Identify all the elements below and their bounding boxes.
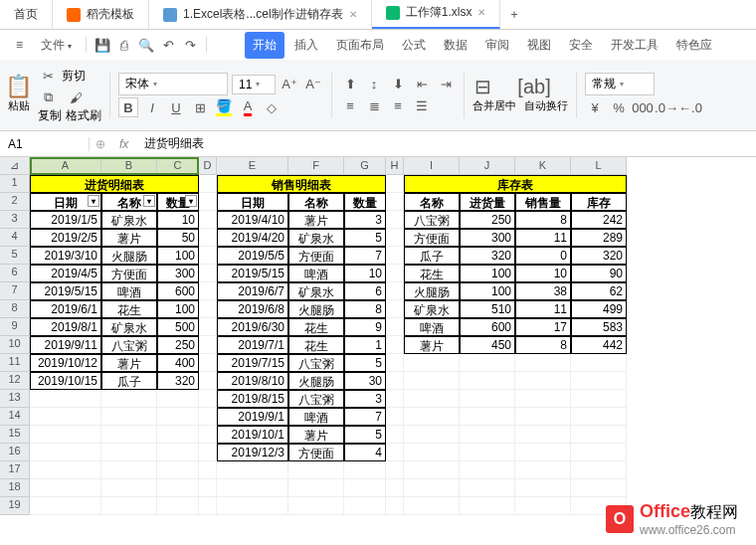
menu-btn[interactable]: ≡ bbox=[8, 33, 31, 57]
cell[interactable] bbox=[157, 408, 199, 426]
cell[interactable] bbox=[386, 390, 404, 408]
cell[interactable] bbox=[515, 497, 571, 515]
cell[interactable]: 进货量 bbox=[460, 193, 515, 211]
cell[interactable] bbox=[344, 497, 386, 515]
cell[interactable]: 矿泉水 bbox=[404, 300, 460, 318]
cell[interactable]: 2019/8/10 bbox=[217, 372, 288, 390]
cell[interactable] bbox=[101, 497, 157, 515]
indent-left-icon[interactable]: ⇤ bbox=[412, 75, 432, 94]
cell[interactable]: 100 bbox=[157, 300, 199, 318]
cell[interactable]: 50 bbox=[157, 229, 199, 247]
cell[interactable]: 2019/4/5 bbox=[30, 265, 101, 282]
decrease-decimal-icon[interactable]: ←.0 bbox=[680, 97, 700, 117]
row-header[interactable]: 3 bbox=[0, 211, 30, 229]
cell[interactable]: 2019/10/1 bbox=[217, 426, 288, 444]
cell[interactable]: 日期▾ bbox=[30, 193, 101, 211]
cell[interactable] bbox=[386, 247, 404, 265]
cell[interactable]: 花生 bbox=[288, 336, 344, 354]
cell[interactable]: 方便面 bbox=[101, 265, 157, 282]
cell[interactable] bbox=[101, 444, 157, 461]
font-color-button[interactable]: A bbox=[238, 97, 258, 117]
cell[interactable] bbox=[386, 426, 404, 444]
cell[interactable] bbox=[157, 479, 199, 497]
cell[interactable]: 5 bbox=[344, 354, 386, 372]
cell[interactable]: 2019/7/15 bbox=[217, 354, 288, 372]
cell[interactable] bbox=[199, 408, 217, 426]
cell[interactable] bbox=[386, 175, 404, 193]
cell[interactable]: 矿泉水 bbox=[288, 229, 344, 247]
cell[interactable] bbox=[199, 479, 217, 497]
cell[interactable] bbox=[288, 479, 344, 497]
cell[interactable]: 3 bbox=[344, 390, 386, 408]
cell-reference[interactable]: A1 bbox=[0, 137, 90, 151]
cell[interactable]: 100 bbox=[157, 247, 199, 265]
cell[interactable]: 火腿肠 bbox=[288, 300, 344, 318]
cell[interactable] bbox=[386, 211, 404, 229]
currency-icon[interactable]: ¥ bbox=[585, 97, 605, 117]
cell[interactable]: 2019/9/1 bbox=[217, 408, 288, 426]
cell[interactable]: 2019/6/8 bbox=[217, 300, 288, 318]
cell[interactable]: 名称▾ bbox=[101, 193, 157, 211]
fill-color-button[interactable]: 🪣 bbox=[214, 97, 234, 117]
merge-icon[interactable]: ⊟ bbox=[472, 77, 492, 96]
save-icon[interactable]: 💾 bbox=[93, 35, 112, 55]
cell[interactable]: 库存 bbox=[571, 193, 627, 211]
cell[interactable]: 数量 bbox=[344, 193, 386, 211]
cell[interactable] bbox=[404, 408, 460, 426]
cell[interactable]: 八宝粥 bbox=[288, 354, 344, 372]
cell[interactable]: 2019/6/7 bbox=[217, 282, 288, 300]
cell[interactable] bbox=[30, 461, 101, 479]
cell[interactable]: 方便面 bbox=[404, 229, 460, 247]
cell[interactable]: 7 bbox=[344, 247, 386, 265]
cell[interactable] bbox=[386, 336, 404, 354]
cell[interactable]: 啤酒 bbox=[404, 318, 460, 336]
cell[interactable]: 薯片 bbox=[101, 354, 157, 372]
cell[interactable]: 442 bbox=[571, 336, 627, 354]
cell[interactable]: 300 bbox=[157, 265, 199, 282]
filter-icon[interactable]: ▾ bbox=[143, 195, 155, 207]
cell[interactable] bbox=[199, 497, 217, 515]
row-header[interactable]: 6 bbox=[0, 265, 30, 282]
cell[interactable]: 啤酒 bbox=[101, 282, 157, 300]
cell[interactable] bbox=[460, 497, 515, 515]
cell[interactable] bbox=[199, 175, 217, 193]
cell[interactable]: 320 bbox=[157, 372, 199, 390]
cell[interactable] bbox=[460, 408, 515, 426]
bold-button[interactable]: B bbox=[118, 97, 138, 117]
redo-icon[interactable]: ↷ bbox=[180, 35, 200, 55]
tab-layout[interactable]: 页面布局 bbox=[328, 32, 392, 59]
cell[interactable] bbox=[386, 265, 404, 282]
cell[interactable] bbox=[571, 461, 627, 479]
cell[interactable]: 30 bbox=[344, 372, 386, 390]
format-select[interactable]: 常规▾ bbox=[585, 73, 655, 95]
col-header[interactable]: I bbox=[404, 157, 460, 175]
spreadsheet-area[interactable]: ⊿ABCDEFGHIJKL1进货明细表销售明细表库存表2日期▾名称▾数量▾日期名… bbox=[0, 157, 756, 515]
size-select[interactable]: 11▾ bbox=[232, 75, 276, 94]
col-header[interactable]: D bbox=[199, 157, 217, 175]
tab-home[interactable]: 首页 bbox=[0, 0, 53, 29]
cell[interactable]: 8 bbox=[515, 336, 571, 354]
cell[interactable] bbox=[344, 461, 386, 479]
cell[interactable]: 啤酒 bbox=[288, 408, 344, 426]
tab-security[interactable]: 安全 bbox=[561, 32, 601, 59]
cell[interactable] bbox=[199, 426, 217, 444]
row-header[interactable]: 13 bbox=[0, 390, 30, 408]
cell[interactable] bbox=[404, 372, 460, 390]
cell[interactable]: 2019/3/10 bbox=[30, 247, 101, 265]
paste-icon[interactable]: 📋 bbox=[8, 77, 28, 96]
cell[interactable] bbox=[386, 282, 404, 300]
cell[interactable] bbox=[30, 408, 101, 426]
clear-format-button[interactable]: ◇ bbox=[262, 97, 282, 117]
row-header[interactable]: 11 bbox=[0, 354, 30, 372]
cell[interactable] bbox=[515, 390, 571, 408]
cell[interactable]: 花生 bbox=[288, 318, 344, 336]
select-all[interactable]: ⊿ bbox=[0, 157, 30, 175]
cell[interactable]: 名称 bbox=[404, 193, 460, 211]
cell[interactable]: 500 bbox=[157, 318, 199, 336]
row-header[interactable]: 16 bbox=[0, 444, 30, 461]
cell[interactable]: 销售明细表 bbox=[217, 175, 386, 193]
cell[interactable] bbox=[199, 444, 217, 461]
align-top-icon[interactable]: ⬆ bbox=[340, 75, 360, 94]
border-button[interactable]: ⊞ bbox=[190, 97, 210, 117]
cell[interactable] bbox=[344, 479, 386, 497]
